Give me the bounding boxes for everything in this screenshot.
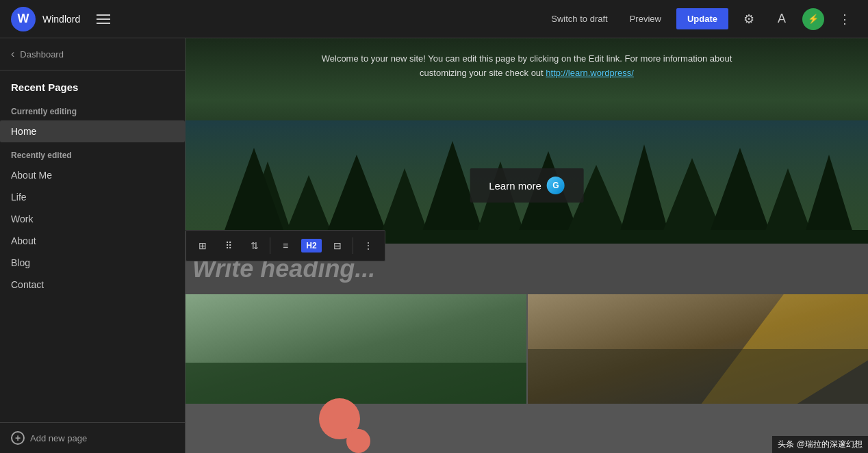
plus-icon: + (11, 431, 25, 445)
sidebar-item-life[interactable]: Life (0, 186, 185, 208)
toolbar-h2-button[interactable]: H2 (299, 233, 324, 258)
block-toolbar: ⊞ ⠿ ⇅ ≡ H2 ⊟ ⋮ (186, 230, 385, 261)
hero-link[interactable]: http://learn.wordpress/ (546, 68, 634, 78)
cards-row (186, 294, 868, 404)
dashboard-label: Dashboard (20, 49, 64, 60)
preview-button[interactable]: Preview (623, 10, 668, 28)
add-new-page-button[interactable]: + Add new page (0, 422, 185, 453)
update-button[interactable]: Update (676, 8, 728, 29)
sidebar-item-contact[interactable]: Contact (0, 274, 185, 296)
toolbar-justify-button[interactable]: ⊟ (325, 233, 350, 258)
toolbar-align-button[interactable]: ≡ (273, 233, 298, 258)
toolbar-divider-2 (353, 237, 353, 254)
content-area: Welcome to your new site! You can edit t… (186, 38, 868, 453)
recent-pages-title: Recent Pages (0, 70, 185, 99)
add-new-page-label: Add new page (30, 433, 87, 443)
main-layout: ‹ Dashboard Recent Pages Currently editi… (0, 38, 868, 453)
sidebar-item-work[interactable]: Work (0, 208, 185, 230)
svg-rect-18 (186, 363, 526, 404)
card-left-image (186, 294, 526, 404)
more-options-button[interactable]: ⋮ (832, 7, 857, 31)
font-icon-button[interactable]: A (769, 7, 794, 31)
wp-logo: W (11, 7, 36, 31)
hero-text: Welcome to your new site! You can edit t… (288, 45, 767, 88)
toolbar-arrows-button[interactable]: ⇅ (242, 233, 267, 258)
switch-to-draft-button[interactable]: Switch to draft (544, 10, 614, 28)
sidebar-item-contact-label: Contact (11, 279, 44, 290)
sidebar-item-about[interactable]: About (0, 230, 185, 252)
currently-editing-label: Currently editing (0, 99, 185, 120)
sidebar-item-about-me-label: About Me (11, 170, 52, 181)
sidebar-item-about-me[interactable]: About Me (0, 164, 185, 186)
toolbar-divider-1 (270, 237, 270, 254)
learn-more-label: Learn more (489, 180, 541, 192)
top-bar-actions: Switch to draft Preview Update ⚙ A ⚡ ⋮ (544, 7, 857, 31)
learn-more-container: Learn more G (470, 168, 584, 203)
settings-icon-button[interactable]: ⚙ (737, 7, 761, 31)
h2-badge: H2 (301, 239, 321, 253)
sidebar-item-blog[interactable]: Blog (0, 252, 185, 274)
sidebar-item-home[interactable]: Home (0, 120, 185, 142)
back-arrow-icon: ‹ (11, 48, 14, 60)
dashboard-link[interactable]: ‹ Dashboard (0, 38, 185, 70)
toolbar-more-button[interactable]: ⋮ (356, 233, 381, 258)
site-name: Windlord (42, 14, 80, 25)
avatar-hand (346, 429, 370, 453)
recently-edited-label: Recently edited (0, 142, 185, 164)
top-bar: W Windlord Switch to draft Preview Updat… (0, 0, 868, 38)
card-right (528, 294, 869, 404)
learn-more-circle-icon: G (547, 177, 565, 194)
sidebar: ‹ Dashboard Recent Pages Currently editi… (0, 38, 186, 453)
svg-rect-21 (528, 349, 869, 404)
learn-more-button[interactable]: Learn more G (470, 168, 584, 203)
watermark-text: 头条 @瑞拉的深邃幻想 (778, 439, 863, 449)
avatar-character (309, 398, 370, 453)
sidebar-item-home-label: Home (11, 126, 36, 137)
toolbar-drag-button[interactable]: ⊞ (190, 233, 215, 258)
hamburger-menu-icon[interactable] (97, 14, 110, 24)
user-avatar-button[interactable]: ⚡ (802, 8, 824, 30)
sidebar-item-work-label: Work (11, 213, 33, 224)
sidebar-item-life-label: Life (11, 192, 27, 203)
card-right-image (528, 294, 869, 404)
toolbar-grid-button[interactable]: ⠿ (216, 233, 241, 258)
sidebar-item-blog-label: Blog (11, 257, 30, 268)
watermark: 头条 @瑞拉的深邃幻想 (772, 436, 868, 453)
card-left (186, 294, 526, 404)
hero-section: Welcome to your new site! You can edit t… (186, 38, 868, 244)
sidebar-item-about-label: About (11, 235, 36, 246)
